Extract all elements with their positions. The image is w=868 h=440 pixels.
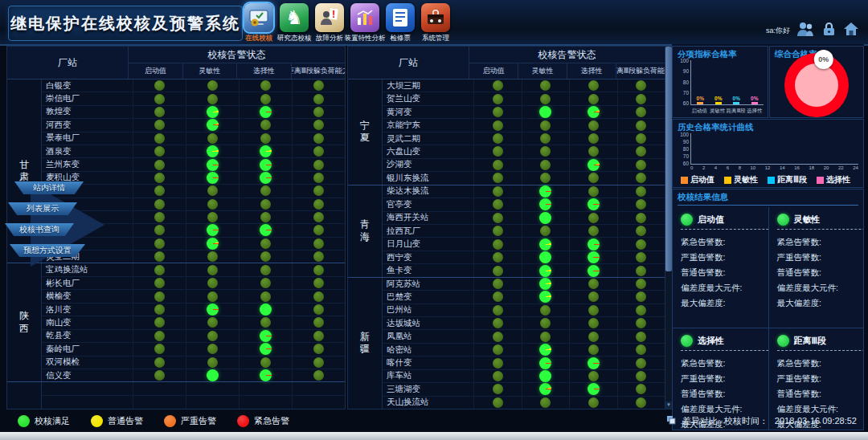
status-dot[interactable]	[493, 186, 503, 197]
status-dot[interactable]	[207, 291, 218, 302]
station-name[interactable]: 阿克苏站	[383, 278, 473, 290]
status-dot[interactable]	[207, 304, 219, 316]
status-dot[interactable]	[313, 265, 324, 275]
status-dot[interactable]	[636, 239, 646, 250]
status-dot[interactable]	[636, 213, 646, 223]
status-dot[interactable]	[207, 145, 219, 157]
status-dot[interactable]	[588, 213, 599, 223]
station-name[interactable]: 银川东换流	[383, 172, 473, 184]
status-dot[interactable]	[588, 305, 599, 316]
station-name[interactable]: 达坂城站	[383, 317, 473, 329]
status-dot[interactable]	[539, 185, 551, 198]
menu-button-1[interactable]: 列表展示	[8, 202, 77, 215]
status-dot[interactable]	[313, 160, 324, 170]
status-dot[interactable]	[540, 226, 551, 236]
status-dot[interactable]	[154, 160, 165, 170]
status-dot[interactable]	[207, 344, 218, 354]
status-dot[interactable]	[588, 291, 599, 302]
nav-item-2[interactable]: ! 故障分析	[312, 3, 347, 43]
status-dot[interactable]	[636, 371, 646, 381]
status-dot[interactable]	[260, 224, 272, 236]
status-dot[interactable]	[588, 238, 600, 251]
status-dot[interactable]	[540, 318, 551, 328]
status-dot[interactable]	[154, 331, 165, 341]
status-dot[interactable]	[636, 358, 646, 369]
station-name[interactable]: 六盘山变	[383, 145, 473, 157]
status-dot[interactable]	[493, 384, 503, 394]
status-dot[interactable]	[313, 357, 324, 368]
status-dot[interactable]	[588, 357, 600, 369]
status-dot[interactable]	[588, 251, 600, 263]
status-dot[interactable]	[154, 212, 165, 222]
status-dot[interactable]	[207, 331, 218, 341]
status-dot[interactable]	[636, 266, 646, 276]
status-dot[interactable]	[313, 199, 324, 210]
station-name[interactable]: 巴州站	[383, 304, 473, 316]
status-dot[interactable]	[207, 212, 218, 222]
status-dot[interactable]	[539, 212, 551, 224]
status-dot[interactable]	[539, 291, 551, 303]
status-dot[interactable]	[260, 304, 272, 316]
status-dot[interactable]	[540, 80, 551, 91]
station-name[interactable]: 大坝三期	[383, 79, 473, 92]
status-dot[interactable]	[493, 358, 503, 369]
status-dot[interactable]	[313, 94, 324, 104]
status-dot[interactable]	[540, 173, 551, 183]
status-dot[interactable]	[313, 238, 324, 249]
nav-item-0[interactable]: 在线校核	[241, 3, 276, 43]
station-name[interactable]	[42, 382, 133, 395]
status-dot[interactable]	[313, 317, 324, 328]
status-dot[interactable]	[154, 238, 165, 249]
status-dot[interactable]	[540, 332, 551, 342]
status-dot[interactable]	[539, 251, 551, 263]
status-dot[interactable]	[313, 291, 324, 302]
status-dot[interactable]	[588, 397, 599, 408]
station-name[interactable]: 喀什变	[383, 356, 473, 369]
status-dot[interactable]	[493, 252, 503, 263]
station-name[interactable]: 酒泉变	[42, 145, 133, 157]
status-dot[interactable]	[636, 173, 646, 183]
status-dot[interactable]	[588, 318, 599, 328]
status-dot[interactable]	[493, 133, 503, 144]
status-dot[interactable]	[207, 94, 218, 104]
status-dot[interactable]	[207, 265, 218, 275]
status-dot[interactable]	[588, 120, 599, 131]
station-name[interactable]: 贺兰山变	[383, 92, 473, 104]
status-dot[interactable]	[260, 357, 271, 368]
station-name[interactable]: 河西变	[42, 119, 133, 131]
scroll-down-arrow-icon[interactable]: ▼	[665, 401, 672, 409]
status-dot[interactable]	[260, 265, 271, 275]
status-dot[interactable]	[260, 133, 271, 144]
status-dot[interactable]	[493, 80, 503, 91]
status-dot[interactable]	[154, 80, 165, 91]
status-dot[interactable]	[588, 186, 599, 197]
status-dot[interactable]	[636, 107, 646, 117]
nav-item-5[interactable]: 系统管理	[418, 3, 453, 43]
status-dot[interactable]	[539, 344, 551, 356]
status-dot[interactable]	[260, 251, 271, 262]
status-dot[interactable]	[260, 330, 272, 342]
station-name[interactable]: 黄河变	[383, 106, 473, 118]
station-name[interactable]: 敦煌变	[42, 106, 133, 118]
status-dot[interactable]	[636, 133, 646, 144]
status-dot[interactable]	[636, 384, 646, 394]
station-name[interactable]: 洛川变	[42, 304, 133, 316]
status-dot[interactable]	[260, 291, 271, 302]
status-dot[interactable]	[313, 278, 324, 288]
status-dot[interactable]	[207, 172, 219, 184]
status-dot[interactable]	[313, 225, 324, 235]
status-dot[interactable]	[154, 357, 165, 368]
status-dot[interactable]	[539, 357, 551, 369]
status-dot[interactable]	[260, 317, 271, 328]
status-dot[interactable]	[588, 106, 600, 118]
station-name[interactable]: 凤凰站	[383, 330, 473, 342]
station-name[interactable]: 兰州东变	[42, 158, 133, 170]
station-name[interactable]	[42, 396, 133, 409]
status-dot[interactable]	[636, 344, 646, 355]
status-dot[interactable]	[588, 371, 599, 381]
status-dot[interactable]	[313, 173, 324, 183]
status-dot[interactable]	[260, 120, 271, 130]
status-dot[interactable]	[207, 106, 219, 118]
status-dot[interactable]	[154, 304, 165, 315]
status-dot[interactable]	[260, 369, 272, 381]
